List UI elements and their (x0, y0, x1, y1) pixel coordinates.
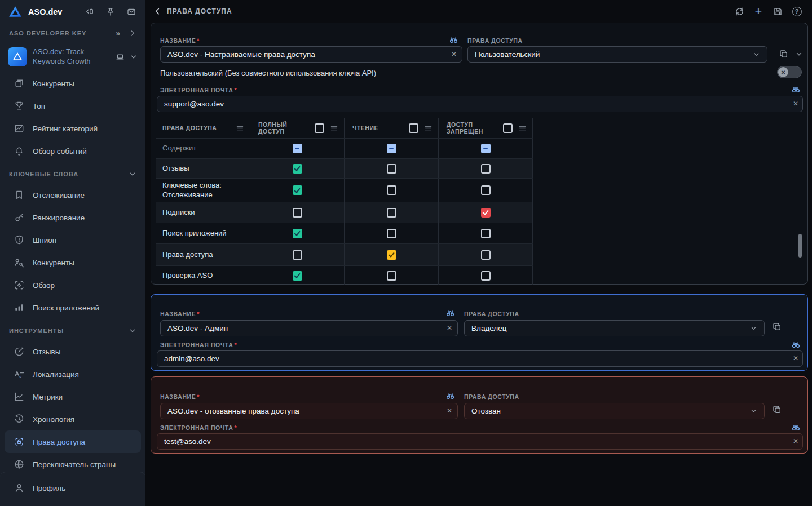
laptop-icon[interactable] (115, 52, 125, 62)
checkbox[interactable] (481, 271, 491, 281)
copy-icon[interactable] (779, 49, 789, 59)
copy-icon[interactable] (772, 405, 782, 415)
tools-section-header[interactable]: ИНСТРУМЕНТЫ (0, 321, 145, 340)
checkbox[interactable] (293, 164, 302, 174)
sidebar-item-metrics[interactable]: Метрики (0, 385, 145, 408)
keywords-section-label: КЛЮЧЕВЫЕ СЛОВА (9, 171, 78, 177)
select-all-full-checkbox[interactable] (315, 123, 324, 133)
rights-select[interactable]: Владелец (464, 320, 765, 336)
checkbox[interactable] (293, 271, 302, 281)
clear-icon[interactable]: ✕ (793, 100, 798, 108)
sidebar-item-localization[interactable]: я Локализация (0, 363, 145, 385)
email-input[interactable] (157, 96, 803, 112)
sidebar-item-app-search[interactable]: Поиск приложений (0, 296, 145, 319)
menu-icon[interactable] (518, 124, 527, 132)
app-title: ASO.dev (28, 7, 62, 16)
name-input[interactable] (160, 403, 458, 419)
bell-icon (14, 145, 25, 157)
checkbox[interactable] (293, 208, 302, 218)
app-switch-icon[interactable] (83, 6, 96, 18)
sidebar: ASO.dev ASO DEVELOPER KEY » ASO.dev: Tra… (0, 0, 145, 506)
clear-icon[interactable]: ✕ (447, 324, 452, 332)
rights-select[interactable]: Отозван (464, 403, 765, 419)
chevron-down-icon[interactable] (795, 50, 803, 58)
sidebar-item-ranking[interactable]: Ранжирование (0, 206, 145, 229)
checkbox[interactable] (293, 144, 302, 153)
copy-icon[interactable] (772, 322, 782, 332)
sidebar-item-spy[interactable]: Шпион (0, 229, 145, 251)
checkbox[interactable] (387, 144, 396, 153)
checkbox[interactable] (387, 229, 396, 238)
aso-dev-logo-icon (8, 5, 23, 19)
sidebar-item-competitors-app[interactable]: Конкуренты (0, 72, 145, 95)
sidebar-item-tracking[interactable]: Отслеживание (0, 184, 145, 206)
checkbox[interactable] (481, 229, 491, 238)
binoculars-icon[interactable] (791, 340, 801, 349)
sidebar-item-overview[interactable]: Обзор (0, 274, 145, 296)
sidebar-item-category-rating[interactable]: Рейтинг категорий (0, 117, 145, 140)
sidebar-item-top[interactable]: Топ (0, 95, 145, 117)
checkbox[interactable] (293, 185, 302, 195)
checkbox[interactable] (481, 250, 491, 260)
collection-icon (14, 78, 25, 89)
checkbox[interactable] (387, 185, 396, 195)
save-icon[interactable] (771, 5, 784, 17)
keywords-section-header[interactable]: КЛЮЧЕВЫЕ СЛОВА (0, 165, 145, 184)
sidebar-item-competitors-keywords[interactable]: Конкуренты (0, 251, 145, 274)
name-label: НАЗВАНИЕ* (160, 393, 200, 400)
clear-icon[interactable]: ✕ (793, 437, 798, 445)
email-input[interactable] (157, 433, 803, 450)
developer-key-section-header[interactable]: ASO DEVELOPER KEY » (0, 24, 145, 43)
select-all-deny-checkbox[interactable] (503, 123, 513, 133)
checkbox[interactable] (481, 164, 491, 174)
binoculars-icon[interactable] (445, 391, 455, 401)
clear-icon[interactable]: ✕ (451, 50, 457, 58)
menu-icon[interactable] (330, 124, 338, 132)
refresh-icon[interactable] (733, 5, 745, 17)
sidebar-item-label: Отслеживание (33, 191, 85, 199)
scrollbar-thumb[interactable] (798, 234, 802, 258)
checkbox[interactable] (293, 229, 302, 238)
checkbox[interactable] (481, 144, 491, 153)
checkbox[interactable] (293, 250, 302, 260)
rights-select[interactable]: Пользовательский (467, 46, 767, 63)
checkbox[interactable] (481, 208, 491, 218)
select-all-read-checkbox[interactable] (409, 123, 418, 133)
double-chevron-icon[interactable]: » (116, 29, 121, 37)
menu-icon[interactable] (236, 124, 244, 132)
chevron-right-icon[interactable] (129, 29, 136, 37)
sidebar-item-access-rights[interactable]: Права доступа (5, 430, 141, 453)
clear-icon[interactable]: ✕ (793, 354, 798, 362)
sidebar-item-reviews[interactable]: Отзывы (0, 340, 145, 363)
sidebar-item-chronology[interactable]: Хронология (0, 408, 145, 430)
col-header-deny: ДОСТУП ЗАПРЕЩЕН (447, 121, 503, 135)
sidebar-app-item[interactable]: ASO.dev: Track Keywords Growth (0, 43, 145, 72)
rights-label: ПРАВА ДОСТУПА (464, 310, 519, 317)
sidebar-item-profile[interactable]: Профиль (0, 478, 145, 498)
menu-icon[interactable] (424, 124, 433, 132)
checkbox[interactable] (387, 250, 396, 260)
binoculars-icon[interactable] (791, 423, 801, 432)
binoculars-icon[interactable] (791, 85, 801, 94)
clear-icon[interactable]: ✕ (447, 407, 452, 415)
back-icon[interactable] (153, 7, 162, 16)
name-input[interactable] (160, 320, 458, 336)
binoculars-icon[interactable] (445, 308, 455, 318)
mail-icon[interactable] (125, 6, 138, 18)
share-api-key-toggle[interactable]: ✕ (777, 66, 802, 78)
row-label: Подписки (162, 208, 200, 217)
plus-icon[interactable]: + (752, 5, 765, 17)
binoculars-icon[interactable] (449, 35, 458, 45)
help-icon[interactable]: ? (791, 5, 803, 17)
email-input[interactable] (157, 350, 803, 367)
globe-icon (14, 459, 25, 470)
chevron-down-icon[interactable] (130, 53, 138, 61)
checkbox[interactable] (387, 271, 396, 281)
pin-icon[interactable] (104, 6, 117, 18)
name-input[interactable] (160, 46, 462, 63)
checkbox[interactable] (481, 185, 491, 195)
sidebar-item-events-overview[interactable]: Обзор событий (0, 140, 145, 162)
checkbox[interactable] (387, 208, 396, 218)
row-label: Отзывы (162, 164, 194, 173)
checkbox[interactable] (387, 164, 396, 174)
